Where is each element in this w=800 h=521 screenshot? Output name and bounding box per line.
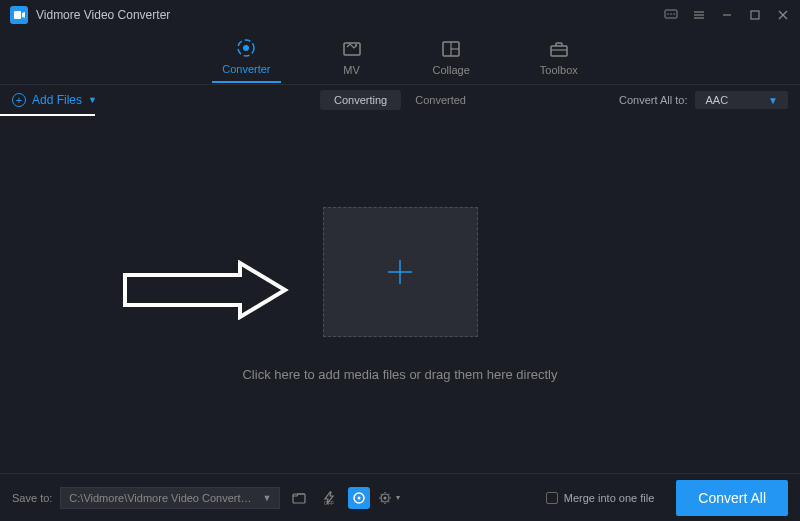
add-media-dropzone[interactable] xyxy=(323,207,478,337)
convert-all-button[interactable]: Convert All xyxy=(676,480,788,516)
subtab-converted[interactable]: Converted xyxy=(401,90,480,110)
merge-label: Merge into one file xyxy=(564,492,655,504)
subtab-converting[interactable]: Converting xyxy=(320,90,401,110)
tab-collage[interactable]: Collage xyxy=(423,34,480,80)
tab-label: Toolbox xyxy=(540,64,578,76)
collage-icon xyxy=(440,38,462,60)
svg-rect-0 xyxy=(14,11,21,19)
chevron-down-icon: ▼ xyxy=(88,95,97,105)
add-files-label: Add Files xyxy=(32,93,82,107)
format-select[interactable]: AAC ▼ xyxy=(695,91,788,109)
svg-point-2 xyxy=(667,13,669,15)
svg-point-13 xyxy=(243,45,249,51)
svg-rect-23 xyxy=(293,494,305,503)
plus-circle-icon: + xyxy=(12,93,26,107)
main-tabs: Converter MV Collage Toolbox xyxy=(0,30,800,85)
convert-all-to: Convert All to: AAC ▼ xyxy=(619,91,788,109)
tab-label: Collage xyxy=(433,64,470,76)
window-controls xyxy=(664,8,790,22)
plus-icon xyxy=(382,254,418,290)
tab-converter[interactable]: Converter xyxy=(212,33,280,83)
chevron-down-icon: ▼ xyxy=(768,95,778,106)
annotation-arrow xyxy=(120,260,290,320)
high-speed-icon[interactable] xyxy=(348,487,370,509)
save-path-input[interactable]: C:\Vidmore\Vidmore Video Converter\Conve… xyxy=(60,487,280,509)
tab-mv[interactable]: MV xyxy=(331,34,373,80)
add-files-button[interactable]: + Add Files ▼ xyxy=(12,93,97,107)
svg-point-26 xyxy=(358,496,361,499)
mv-icon xyxy=(341,38,363,60)
dropzone-hint: Click here to add media files or drag th… xyxy=(242,367,557,382)
save-path-value: C:\Vidmore\Vidmore Video Converter\Conve… xyxy=(69,492,256,504)
svg-point-28 xyxy=(384,496,387,499)
converter-icon xyxy=(235,37,257,59)
save-to-label: Save to: xyxy=(12,492,52,504)
subtabs: Converting Converted xyxy=(320,90,480,110)
app-logo xyxy=(10,6,28,24)
footer: Save to: C:\Vidmore\Vidmore Video Conver… xyxy=(0,473,800,521)
hardware-accel-icon[interactable]: OFF xyxy=(318,487,340,509)
svg-rect-19 xyxy=(551,46,567,56)
svg-rect-14 xyxy=(344,43,360,55)
convert-to-label: Convert All to: xyxy=(619,94,687,106)
menu-icon[interactable] xyxy=(692,8,706,22)
svg-rect-9 xyxy=(751,11,759,19)
checkbox-icon xyxy=(546,492,558,504)
toolbox-icon xyxy=(548,38,570,60)
titlebar: Vidmore Video Converter xyxy=(0,0,800,30)
minimize-icon[interactable] xyxy=(720,8,734,22)
chevron-down-icon: ▼ xyxy=(262,493,271,503)
svg-point-3 xyxy=(670,13,672,15)
main-area: Click here to add media files or drag th… xyxy=(0,115,800,473)
tab-toolbox[interactable]: Toolbox xyxy=(530,34,588,80)
merge-checkbox[interactable]: Merge into one file xyxy=(546,492,655,504)
tab-label: MV xyxy=(343,64,360,76)
close-icon[interactable] xyxy=(776,8,790,22)
svg-point-4 xyxy=(673,13,675,15)
feedback-icon[interactable] xyxy=(664,8,678,22)
settings-icon[interactable]: ▾ xyxy=(378,487,400,509)
svg-point-15 xyxy=(355,44,357,46)
format-value: AAC xyxy=(705,94,728,106)
maximize-icon[interactable] xyxy=(748,8,762,22)
sub-toolbar: + Add Files ▼ Converting Converted Conve… xyxy=(0,85,800,115)
svg-text:OFF: OFF xyxy=(324,500,334,506)
app-title: Vidmore Video Converter xyxy=(36,8,170,22)
open-folder-icon[interactable] xyxy=(288,487,310,509)
tab-label: Converter xyxy=(222,63,270,75)
